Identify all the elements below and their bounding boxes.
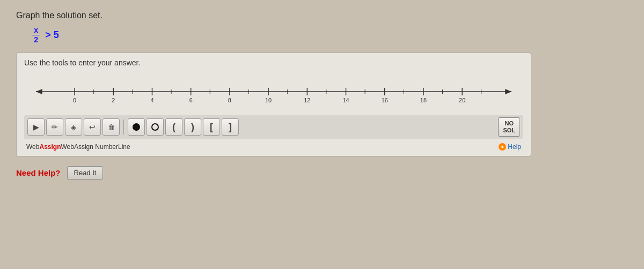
read-it-button[interactable]: Read It bbox=[67, 166, 104, 180]
filled-dot-button[interactable] bbox=[128, 118, 145, 136]
svg-text:10: 10 bbox=[265, 97, 272, 103]
open-dot-icon bbox=[151, 123, 159, 131]
toolbar: ▶ ✏ ◈ ↩ 🗑 bbox=[24, 115, 523, 139]
undo-tool-button[interactable]: ↩ bbox=[84, 118, 101, 136]
svg-text:18: 18 bbox=[420, 97, 427, 103]
fraction: x 2 bbox=[32, 26, 40, 44]
select-tool-button[interactable]: ▶ bbox=[27, 118, 45, 136]
left-bracket-icon: [ bbox=[210, 122, 213, 133]
number-line-svg[interactable]: 0 2 4 6 8 10 bbox=[30, 80, 518, 107]
eraser-tool-button[interactable]: ◈ bbox=[65, 118, 82, 136]
numberline-label: WebAssign NumberLine bbox=[61, 143, 130, 151]
equation-line: x 2 > 5 bbox=[32, 26, 628, 44]
pencil-icon: ✏ bbox=[52, 123, 58, 131]
right-paren-button[interactable]: ) bbox=[184, 118, 201, 136]
toolbox-instruction: Use the tools to enter your answer. bbox=[24, 58, 523, 67]
bottom-section: Need Help? Read It bbox=[16, 166, 628, 180]
webassign-label: WebAssignWebAssign NumberLine bbox=[26, 143, 130, 151]
no-solution-button[interactable]: NO SOL bbox=[498, 117, 520, 137]
select-icon: ▶ bbox=[33, 123, 39, 131]
fraction-denominator: 2 bbox=[32, 35, 40, 44]
right-bracket-icon: ] bbox=[229, 122, 232, 133]
toolbar-separator bbox=[123, 119, 124, 134]
filled-dot-icon bbox=[133, 123, 140, 131]
svg-text:4: 4 bbox=[150, 97, 153, 103]
undo-icon: ↩ bbox=[89, 123, 96, 131]
right-bracket-button[interactable]: ] bbox=[222, 118, 239, 136]
svg-text:14: 14 bbox=[342, 97, 349, 103]
svg-text:12: 12 bbox=[304, 97, 310, 103]
eraser-icon: ◈ bbox=[71, 123, 76, 131]
left-paren-icon: ( bbox=[172, 122, 175, 133]
number-line-area[interactable]: 0 2 4 6 8 10 bbox=[24, 74, 523, 110]
problem-title: Graph the solution set. bbox=[16, 11, 628, 20]
need-help-label: Need Help? bbox=[16, 168, 61, 177]
operator: > 5 bbox=[45, 29, 59, 41]
pencil-tool-button[interactable]: ✏ bbox=[46, 118, 63, 136]
right-paren-icon: ) bbox=[191, 122, 194, 133]
svg-marker-2 bbox=[505, 89, 511, 94]
svg-text:20: 20 bbox=[459, 97, 465, 103]
open-dot-button[interactable] bbox=[147, 118, 164, 136]
left-bracket-button[interactable]: [ bbox=[203, 118, 220, 136]
help-label: Help bbox=[508, 143, 521, 151]
svg-text:16: 16 bbox=[382, 97, 388, 103]
trash-icon: 🗑 bbox=[108, 123, 115, 131]
svg-text:8: 8 bbox=[228, 97, 231, 103]
help-link[interactable]: ● Help bbox=[499, 143, 521, 151]
trash-tool-button[interactable]: 🗑 bbox=[103, 118, 120, 136]
tool-box: Use the tools to enter your answer. bbox=[16, 53, 531, 156]
help-icon: ● bbox=[499, 143, 506, 151]
svg-text:0: 0 bbox=[73, 97, 76, 103]
svg-text:2: 2 bbox=[112, 97, 115, 103]
number-line-wrapper[interactable]: 0 2 4 6 8 10 bbox=[30, 80, 518, 107]
svg-text:6: 6 bbox=[189, 97, 193, 103]
footer-bar: WebAssignWebAssign NumberLine ● Help bbox=[24, 142, 523, 152]
fraction-numerator: x bbox=[32, 26, 40, 35]
left-paren-button[interactable]: ( bbox=[165, 118, 182, 136]
main-container: Graph the solution set. x 2 > 5 Use the … bbox=[16, 11, 628, 180]
